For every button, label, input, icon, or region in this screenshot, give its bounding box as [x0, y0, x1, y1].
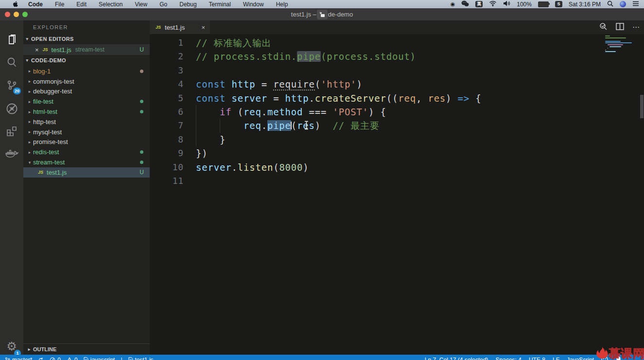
- tree-item-stream-test[interactable]: ▾stream-test: [23, 157, 150, 167]
- tab-test1-js[interactable]: JS test1.js ×: [150, 20, 210, 34]
- notification-center-icon[interactable]: [632, 1, 639, 8]
- code-text: // 标准输入输出: [196, 36, 644, 50]
- code-text: [196, 174, 644, 188]
- search-icon[interactable]: [0, 53, 23, 72]
- docker-icon[interactable]: [0, 145, 23, 164]
- menu-selection[interactable]: Selection: [99, 1, 122, 8]
- spotlight-search-icon[interactable]: [607, 0, 613, 8]
- open-editors-header[interactable]: ▾ OPEN EDITORS: [23, 34, 150, 44]
- tree-item-commonjs-test[interactable]: ▸commonjs-test: [23, 76, 150, 87]
- tab-close-icon[interactable]: ×: [201, 24, 205, 31]
- code-lines[interactable]: 1// 标准输入输出2// process.stdin.pipe(process…: [150, 36, 644, 188]
- more-actions-icon[interactable]: ⋯: [632, 23, 640, 32]
- line-number[interactable]: 10: [150, 161, 196, 174]
- screencast-overlay-icon: [317, 10, 328, 19]
- status-lf[interactable]: LF: [553, 357, 559, 360]
- input-method-icon[interactable]: 英: [475, 1, 483, 7]
- status-javascript[interactable]: javascript: [84, 357, 115, 360]
- tree-item-http-test[interactable]: ▸http-test: [23, 117, 150, 127]
- minimap-line: [608, 44, 623, 45]
- tree-item-redis-test[interactable]: ▸redis-test: [23, 147, 150, 157]
- code-line-11[interactable]: 11: [150, 174, 644, 188]
- status-spaces-4[interactable]: Spaces: 4: [496, 357, 522, 360]
- status-javascript[interactable]: JavaScript: [567, 357, 594, 360]
- line-number[interactable]: 7: [150, 119, 196, 132]
- explorer-icon[interactable]: [0, 30, 23, 50]
- explorer-title: EXPLORER: [23, 20, 150, 34]
- scrollbar-thumb[interactable]: [640, 95, 644, 118]
- status-utf-8[interactable]: UTF-8: [529, 357, 545, 360]
- code-editor[interactable]: 1// 标准输入输出2// process.stdin.pipe(process…: [150, 34, 644, 360]
- git-untracked-badge: U: [139, 169, 144, 176]
- status-0[interactable]: 0: [67, 357, 78, 360]
- code-line-9[interactable]: 9}): [150, 146, 644, 160]
- code-line-4[interactable]: 4const http = require('http'): [150, 77, 644, 91]
- sogou-app-icon[interactable]: S: [555, 1, 562, 7]
- status-bar: master*00javascript|test1.js Ln 7, Col 1…: [0, 355, 644, 360]
- status-master-[interactable]: master*: [5, 357, 32, 360]
- workspace-folder-header[interactable]: ▾ CODE-DEMO: [23, 55, 150, 66]
- menu-edit[interactable]: Edit: [76, 1, 87, 8]
- status-0[interactable]: 0: [50, 357, 61, 360]
- js-file-icon: JS: [156, 25, 161, 30]
- siri-icon[interactable]: [620, 1, 626, 7]
- menu-go[interactable]: Go: [159, 1, 167, 8]
- code-line-7[interactable]: 7 req.pipe(res) // 最主要: [150, 119, 644, 132]
- wechat-icon[interactable]: [461, 0, 469, 8]
- code-line-10[interactable]: 10server.listen(8000): [150, 161, 644, 174]
- token: ,: [416, 93, 428, 104]
- apple-menu-icon[interactable]: [13, 1, 19, 8]
- tree-item-html-test[interactable]: ▸html-test: [23, 107, 150, 117]
- outline-section-header[interactable]: ▸ OUTLINE: [23, 343, 150, 354]
- status-ln-7-col-17-4-selected-[interactable]: Ln 7, Col 17 (4 selected): [425, 357, 488, 360]
- settings-gear-icon[interactable]: ⚙ 1: [0, 336, 23, 357]
- screen-recording-stop-icon[interactable]: ◉: [451, 0, 455, 8]
- split-editor-icon[interactable]: [616, 23, 624, 32]
- line-number[interactable]: 6: [150, 105, 196, 119]
- line-number[interactable]: 3: [150, 64, 196, 77]
- code-line-8[interactable]: 8 }: [150, 133, 644, 146]
- code-line-6[interactable]: 6 if (req.method === 'POST') {: [150, 105, 644, 119]
- token: req: [244, 107, 261, 117]
- tree-item-debugger-test[interactable]: ▸debugger-test: [23, 87, 150, 97]
- minimap[interactable]: [605, 36, 639, 55]
- menu-window[interactable]: Window: [243, 1, 264, 8]
- menu-help[interactable]: Help: [276, 1, 288, 8]
- line-number[interactable]: 11: [150, 174, 196, 188]
- menu-terminal[interactable]: Terminal: [209, 1, 231, 8]
- tree-item-mysql-test[interactable]: ▸mysql-test: [23, 127, 150, 137]
- menu-code[interactable]: Code: [28, 1, 43, 8]
- debug-icon[interactable]: [0, 99, 23, 118]
- line-number[interactable]: 9: [150, 146, 196, 160]
- close-editor-icon[interactable]: ×: [35, 46, 39, 54]
- source-control-icon[interactable]: 20: [0, 75, 23, 95]
- code-line-1[interactable]: 1// 标准输入输出: [150, 36, 644, 50]
- menu-debug[interactable]: Debug: [179, 1, 196, 8]
- tree-item-promise-test[interactable]: ▸promise-test: [23, 137, 150, 147]
- status-sync[interactable]: [38, 357, 44, 360]
- line-number[interactable]: 8: [150, 133, 196, 146]
- line-number[interactable]: 5: [150, 91, 196, 105]
- menu-file[interactable]: File: [55, 1, 64, 8]
- line-number[interactable]: 1: [150, 36, 196, 50]
- extensions-icon[interactable]: [0, 122, 23, 141]
- tree-item-file-test[interactable]: ▸file-test: [23, 96, 150, 107]
- open-editor-item[interactable]: × JS test1.js stream-test U: [23, 44, 150, 55]
- token: if: [220, 107, 231, 117]
- wifi-icon[interactable]: [489, 0, 497, 8]
- line-number[interactable]: 2: [150, 50, 196, 63]
- open-changes-icon[interactable]: [599, 22, 608, 33]
- menu-view[interactable]: View: [135, 1, 147, 8]
- error-icon: [50, 357, 55, 360]
- tree-item-test1.js[interactable]: JStest1.jsU: [23, 167, 150, 178]
- activity-bar: 20 ⚙ 1: [0, 20, 23, 360]
- volume-icon[interactable]: [503, 0, 510, 8]
- tree-item-blog-1[interactable]: ▸blog-1: [23, 66, 150, 76]
- code-line-3[interactable]: 3: [150, 64, 644, 77]
- code-line-2[interactable]: 2// process.stdin.pipe(process.stdout): [150, 50, 644, 63]
- code-line-5[interactable]: 5const server = http.createServer((req, …: [150, 91, 644, 105]
- status-test1-js[interactable]: test1.js: [128, 357, 154, 360]
- menu-clock[interactable]: Sat 3:16 PM: [569, 1, 601, 8]
- token: =: [261, 79, 273, 90]
- line-number[interactable]: 4: [150, 77, 196, 91]
